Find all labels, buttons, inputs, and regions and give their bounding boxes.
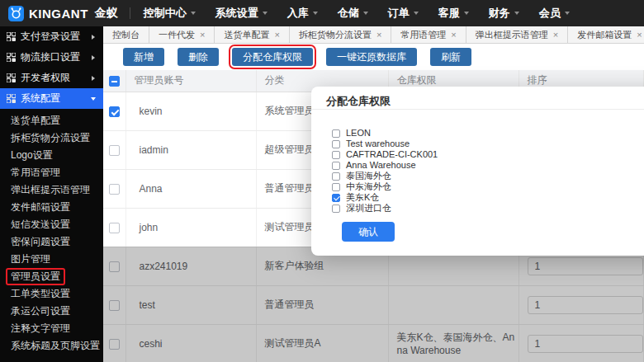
toolbar-button[interactable]: 刷新 <box>430 48 471 66</box>
page-tab[interactable]: 常用语管理 × <box>391 26 466 43</box>
warehouse-option[interactable]: 中东海外仓 <box>332 181 644 192</box>
select-all-checkbox[interactable] <box>109 76 120 87</box>
admin-category: 普通管理员 <box>265 182 315 194</box>
warehouse-option[interactable]: LEON <box>332 128 644 139</box>
sidebar-group[interactable]: 系统配置 <box>0 88 103 109</box>
admin-account: john <box>140 222 159 233</box>
option-label: CAFTRADE-CI-CK001 <box>346 149 438 160</box>
sidebar-group[interactable]: 物流接口设置 <box>0 47 103 68</box>
admin-category: 普通管理员 <box>265 299 315 310</box>
tab-label: 控制台 <box>112 29 140 41</box>
top-nav-item[interactable]: 会员 <box>539 6 570 21</box>
top-nav-item[interactable]: 财务 <box>489 6 519 21</box>
toolbar-button[interactable]: 新增 <box>123 48 164 66</box>
sidebar-group-label: 系统配置 <box>21 92 87 106</box>
grid-icon <box>7 53 16 62</box>
option-checkbox[interactable] <box>332 151 340 159</box>
page-tab[interactable]: 发件邮箱设置 × <box>568 26 644 43</box>
sidebar-group[interactable]: 支付登录设置 <box>0 26 103 47</box>
sidebar-item[interactable]: 拆柜货物分流设置 <box>0 129 103 147</box>
page-tab[interactable]: 一件代发 × <box>149 26 215 43</box>
toolbar-button[interactable]: 分配仓库权限 <box>232 48 313 66</box>
content-area: 新增 删除 分配仓库权限 一键还原数据库 刷新 管理员账 <box>103 44 644 362</box>
top-nav-item[interactable]: 系统设置 <box>215 6 268 21</box>
close-icon[interactable]: × <box>637 31 642 40</box>
close-icon[interactable]: × <box>200 31 205 40</box>
row-checkbox[interactable] <box>109 223 120 233</box>
top-nav-item[interactable]: 控制中心 <box>144 6 196 21</box>
top-nav-item[interactable]: 仓储 <box>338 6 368 21</box>
warehouse-option[interactable]: Anna Warehouse <box>332 160 644 171</box>
sidebar-item[interactable]: 系统标题及页脚设置 <box>0 337 103 355</box>
sidebar-item[interactable]: 注释文字管理 <box>0 320 103 337</box>
top-nav-label: 订单 <box>388 6 410 21</box>
column-header-label: 排序 <box>528 74 547 86</box>
ant-logo-icon <box>8 6 24 21</box>
option-checkbox[interactable] <box>332 162 340 170</box>
row-checkbox[interactable] <box>109 145 120 156</box>
sidebar-group-label: 开发者权限 <box>21 71 87 85</box>
brand-logo[interactable]: KINGANT 金蚁 <box>8 6 118 21</box>
option-checkbox[interactable] <box>332 183 340 191</box>
option-checkbox[interactable] <box>332 172 340 181</box>
sidebar-item[interactable]: 送货单配置 <box>0 112 103 129</box>
sidebar-item[interactable]: 承运公司设置 <box>0 303 103 320</box>
close-icon[interactable]: × <box>274 31 279 40</box>
option-label: Anna Warehouse <box>346 160 416 171</box>
option-checkbox[interactable] <box>332 194 340 202</box>
option-checkbox[interactable] <box>332 129 340 138</box>
sidebar-item[interactable]: 短信发送设置 <box>0 216 103 233</box>
page-tab[interactable]: 控制台 × <box>103 26 149 43</box>
sort-input[interactable] <box>528 335 643 353</box>
page-tab[interactable]: 送货单配置 × <box>215 26 289 43</box>
warehouse-option[interactable]: 深圳进口仓 <box>332 203 644 214</box>
toolbar-button[interactable]: 删除 <box>178 48 219 66</box>
sidebar-item-label: 弹出框提示语管理 <box>11 183 90 197</box>
row-checkbox[interactable] <box>109 300 120 311</box>
confirm-button[interactable]: 确认 <box>342 222 395 242</box>
tab-label: 一件代发 <box>159 29 195 41</box>
sidebar-item-label: 密保问题设置 <box>11 235 70 249</box>
row-checkbox[interactable] <box>109 184 120 195</box>
sidebar-item[interactable]: 工单类型设置 <box>0 285 103 303</box>
tab-label: 发件邮箱设置 <box>577 29 632 41</box>
toolbar-button-label: 删除 <box>188 51 208 63</box>
sidebar-item[interactable]: Logo设置 <box>0 147 103 164</box>
close-icon[interactable]: × <box>553 31 558 40</box>
sidebar-group[interactable]: 开发者权限 <box>0 68 103 88</box>
top-nav-item[interactable]: 客服 <box>438 6 469 21</box>
warehouse-option[interactable]: Test warehouse <box>332 139 644 149</box>
option-checkbox[interactable] <box>332 140 340 148</box>
sidebar-item-label: 工单类型设置 <box>11 287 70 301</box>
admin-account: ceshi <box>140 338 163 350</box>
row-checkbox[interactable] <box>109 106 120 117</box>
warehouse-option[interactable]: CAFTRADE-CI-CK001 <box>332 149 644 160</box>
top-nav-item[interactable]: 订单 <box>388 6 419 21</box>
close-icon[interactable]: × <box>376 31 381 40</box>
toolbar-button[interactable]: 一键还原数据库 <box>326 48 417 66</box>
option-label: Test warehouse <box>346 139 410 149</box>
sidebar-item[interactable]: 弹出框提示语管理 <box>0 181 103 199</box>
page-tab[interactable]: 拆柜货物分流设置 × <box>290 26 391 43</box>
chevron-down-icon <box>414 12 419 15</box>
tab-label: 拆柜货物分流设置 <box>299 29 372 41</box>
admin-account: kevin <box>140 106 163 117</box>
option-checkbox[interactable] <box>332 205 340 213</box>
sidebar-item[interactable]: 发件邮箱设置 <box>0 199 103 216</box>
row-checkbox[interactable] <box>109 261 120 272</box>
warehouse-option[interactable]: 美东K仓 <box>332 192 644 203</box>
close-icon[interactable]: × <box>451 31 456 40</box>
brand-name: KINGANT <box>29 7 88 21</box>
sort-input[interactable] <box>528 257 643 275</box>
warehouse-option[interactable]: 泰国海外仓 <box>332 171 644 181</box>
page-tab[interactable]: 弹出框提示语管理 × <box>466 26 568 43</box>
sidebar-item[interactable]: 图片管理 <box>0 251 103 268</box>
sidebar-submenu: 送货单配置 拆柜货物分流设置 Logo设置 常用语管理 弹出框提示语管理 发件邮… <box>0 109 103 355</box>
sort-input[interactable] <box>528 296 643 314</box>
sidebar-item[interactable]: 密保问题设置 <box>0 233 103 251</box>
top-nav-label: 仓储 <box>338 6 359 21</box>
row-checkbox[interactable] <box>109 339 120 350</box>
top-nav-item[interactable]: 入库 <box>287 6 318 21</box>
sidebar-item[interactable]: 常用语管理 <box>0 164 103 181</box>
sidebar-item[interactable]: 管理员设置 <box>0 268 103 285</box>
